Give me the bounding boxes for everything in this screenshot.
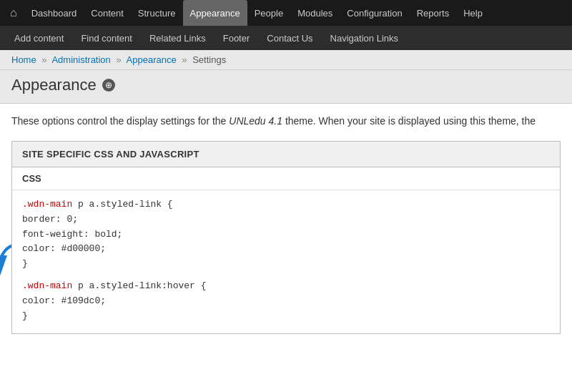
- second-nav-navigation-links[interactable]: Navigation Links: [322, 29, 407, 48]
- nav-item-configuration[interactable]: Configuration: [340, 0, 409, 26]
- breadcrumb-appearance[interactable]: Appearance: [127, 54, 177, 65]
- page-header: Appearance ⊕: [0, 70, 572, 104]
- theme-name: UNLedu 4.1: [229, 115, 282, 127]
- top-nav-bar: ⌂ Dashboard Content Structure Appearance…: [0, 0, 572, 26]
- breadcrumb-home[interactable]: Home: [11, 54, 36, 65]
- second-nav-contact-us[interactable]: Contact Us: [258, 29, 321, 48]
- second-nav-add-content[interactable]: Add content: [6, 29, 72, 48]
- code-line-1: .wdn-main p a.styled-link {: [22, 197, 550, 212]
- second-nav-footer[interactable]: Footer: [214, 29, 259, 48]
- code-area[interactable]: .wdn-main p a.styled-link { border: 0; f…: [12, 190, 560, 333]
- second-nav-find-content[interactable]: Find content: [72, 29, 141, 48]
- code-line-2: border: 0;: [22, 212, 550, 227]
- page-title: Appearance ⊕: [11, 76, 561, 94]
- section-title: SITE SPECIFIC CSS AND JAVASCRIPT: [12, 142, 560, 167]
- breadcrumb-administration[interactable]: Administration: [51, 54, 110, 65]
- code-line-6: .wdn-main p a.styled-link:hover {: [22, 279, 550, 294]
- nav-item-structure[interactable]: Structure: [131, 0, 183, 26]
- breadcrumb: Home » Administration » Appearance » Set…: [0, 50, 572, 70]
- nav-item-people[interactable]: People: [247, 0, 290, 26]
- code-line-5: }: [22, 257, 550, 272]
- home-icon[interactable]: ⌂: [3, 0, 24, 26]
- nav-item-appearance[interactable]: Appearance: [183, 0, 247, 26]
- code-line-4: color: #d00000;: [22, 242, 550, 257]
- gear-icon[interactable]: ⊕: [102, 79, 115, 92]
- nav-item-content[interactable]: Content: [84, 0, 131, 26]
- section-box: SITE SPECIFIC CSS AND JAVASCRIPT CSS .wd…: [11, 141, 561, 334]
- code-blank-1: [22, 272, 550, 279]
- code-line-3: font-weight: bold;: [22, 227, 550, 242]
- nav-item-dashboard[interactable]: Dashboard: [24, 0, 84, 26]
- breadcrumb-settings: Settings: [192, 54, 226, 65]
- nav-item-help[interactable]: Help: [456, 0, 490, 26]
- second-nav-bar: Add content Find content Related Links F…: [0, 26, 572, 50]
- nav-item-modules[interactable]: Modules: [290, 0, 340, 26]
- code-line-7: color: #109dc0;: [22, 294, 550, 309]
- code-line-8: }: [22, 309, 550, 324]
- main-content: These options control the display settin…: [0, 104, 572, 357]
- css-label-row: CSS: [12, 167, 560, 190]
- description: These options control the display settin…: [11, 115, 561, 127]
- nav-item-reports[interactable]: Reports: [410, 0, 457, 26]
- second-nav-related-links[interactable]: Related Links: [141, 29, 214, 48]
